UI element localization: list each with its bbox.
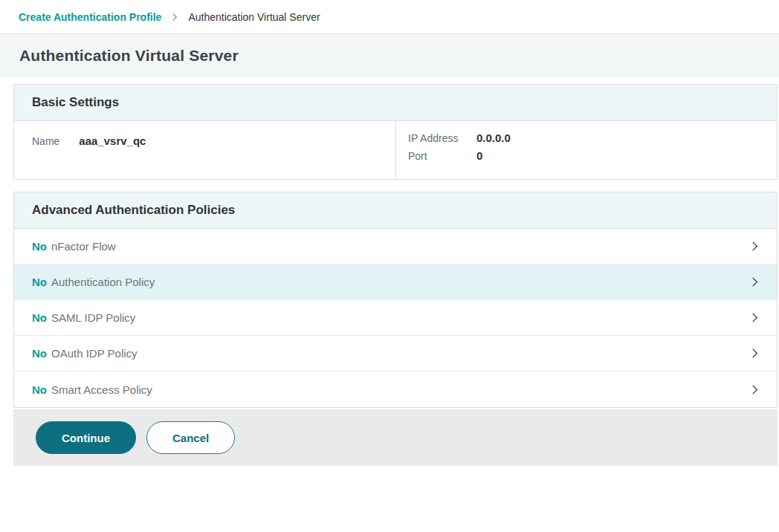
chevron-right-icon	[749, 276, 760, 288]
chevron-right-icon	[749, 241, 760, 252]
policy-count: No	[32, 276, 47, 288]
policy-row-text: NoAuthentication Policy	[32, 276, 155, 288]
name-value: aaa_vsrv_qc	[79, 134, 146, 147]
chevron-right-icon	[749, 384, 760, 395]
main-content: Basic Settings Name aaa_vsrv_qc IP Addre…	[0, 77, 779, 466]
ip-address-label: IP Address	[408, 132, 476, 144]
policy-label: nFactor Flow	[51, 240, 116, 253]
ip-address-row: IP Address 0.0.0.0	[408, 132, 765, 144]
port-value: 0	[476, 149, 482, 162]
policy-row-text: NoSmart Access Policy	[32, 383, 152, 396]
advanced-policies-panel: Advanced Authentication Policies NonFact…	[13, 192, 778, 408]
policy-count: No	[32, 347, 47, 360]
action-bar: Continue Cancel	[13, 409, 778, 466]
app-root: Create Authentication Profile Authentica…	[0, 0, 779, 466]
basic-settings-right-column: IP Address 0.0.0.0 Port 0	[395, 121, 777, 179]
breadcrumb-current: Authentication Virtual Server	[188, 11, 320, 23]
policy-row-text: NoOAuth IDP Policy	[32, 347, 138, 360]
advanced-policies-title: Advanced Authentication Policies	[32, 203, 759, 218]
basic-settings-header: Basic Settings	[14, 85, 777, 121]
port-row: Port 0	[408, 149, 765, 162]
chevron-right-icon	[749, 348, 760, 359]
policy-row-text: NonFactor Flow	[32, 240, 116, 253]
policy-row-authentication-policy[interactable]: NoAuthentication Policy	[14, 265, 777, 300]
basic-settings-title: Basic Settings	[32, 95, 759, 110]
policy-count: No	[32, 311, 47, 324]
breadcrumb: Create Authentication Profile Authentica…	[0, 0, 779, 34]
ip-address-value: 0.0.0.0	[476, 132, 511, 144]
policy-row-smart-access-policy[interactable]: NoSmart Access Policy	[14, 372, 777, 407]
basic-settings-body: Name aaa_vsrv_qc IP Address 0.0.0.0 Port…	[14, 121, 777, 179]
continue-button[interactable]: Continue	[36, 421, 136, 454]
policy-row-oauth-idp-policy[interactable]: NoOAuth IDP Policy	[14, 336, 777, 372]
policy-row-saml-idp-policy[interactable]: NoSAML IDP Policy	[14, 300, 777, 336]
chevron-right-icon	[749, 312, 760, 323]
chevron-right-icon	[170, 13, 179, 22]
cancel-button[interactable]: Cancel	[146, 421, 235, 454]
policy-label: OAuth IDP Policy	[51, 347, 138, 360]
policy-count: No	[32, 383, 47, 396]
policy-row-text: NoSAML IDP Policy	[32, 311, 135, 324]
policy-count: No	[32, 240, 47, 253]
basic-settings-panel: Basic Settings Name aaa_vsrv_qc IP Addre…	[13, 84, 778, 180]
policy-row-nfactor-flow[interactable]: NonFactor Flow	[14, 229, 777, 265]
breadcrumb-link-create-authentication-profile[interactable]: Create Authentication Profile	[19, 11, 161, 23]
basic-settings-left-column: Name aaa_vsrv_qc	[14, 121, 395, 179]
port-label: Port	[408, 150, 476, 162]
name-label: Name	[32, 135, 59, 147]
policy-label: Authentication Policy	[51, 276, 155, 288]
page-title-bar: Authentication Virtual Server	[0, 34, 779, 77]
policy-label: Smart Access Policy	[51, 383, 152, 396]
page-title: Authentication Virtual Server	[19, 47, 239, 65]
policy-label: SAML IDP Policy	[51, 311, 135, 324]
advanced-policies-header: Advanced Authentication Policies	[14, 192, 777, 229]
